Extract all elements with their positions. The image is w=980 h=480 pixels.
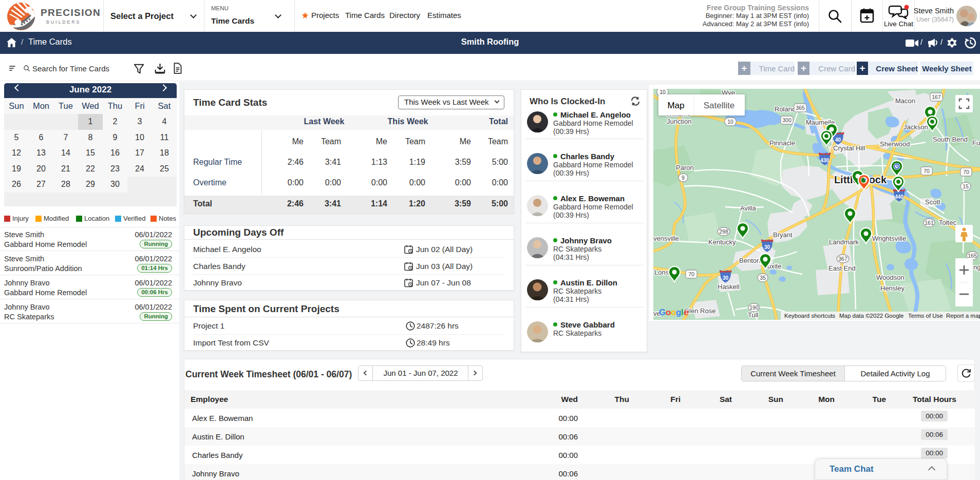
svg-text:Macon: Macon [895,97,915,105]
svg-text:Benton: Benton [739,257,760,264]
svg-text:190: 190 [749,304,759,311]
svg-text:300: 300 [782,117,791,123]
svg-text:367: 367 [838,256,847,262]
svg-text:Paron: Paron [676,164,694,171]
svg-text:Kentucky: Kentucky [708,238,736,246]
svg-text:Jackson: Jackson [903,123,928,131]
svg-text:35: 35 [760,275,766,281]
svg-text:298: 298 [719,228,728,235]
svg-text:Sherwood: Sherwood [880,140,910,148]
svg-text:Furl: Furl [972,139,980,147]
svg-text:430: 430 [820,158,829,163]
svg-text:e: e [684,308,688,317]
svg-text:g: g [676,308,681,317]
svg-text:70: 70 [963,169,969,175]
svg-text:Map: Map [667,101,684,110]
svg-text:165: 165 [968,253,977,259]
svg-text:o: o [666,308,671,317]
svg-text:9: 9 [682,175,685,181]
svg-text:Lons: Lons [654,268,669,276]
svg-text:o: o [671,308,676,317]
svg-text:365: 365 [796,105,805,111]
svg-text:Roland: Roland [775,105,796,113]
svg-text:Hensley: Hensley [880,284,904,292]
svg-text:ng: ng [973,263,980,271]
svg-text:East End: East End [828,264,856,272]
svg-text:161: 161 [925,220,934,226]
svg-text:Keyboard shortcuts: Keyboard shortcuts [784,313,835,319]
svg-text:440: 440 [895,194,903,200]
svg-text:15: 15 [963,183,969,189]
svg-text:Map data ©2022 Google: Map data ©2022 Google [839,313,903,319]
svg-text:Scott: Scott [925,198,940,206]
svg-text:Pinnacle: Pinnacle [769,139,795,147]
svg-text:30: 30 [764,244,770,250]
svg-text:10: 10 [727,119,733,125]
svg-text:Tull: Tull [748,311,759,319]
svg-text:Crystal Hill: Crystal Hill [833,144,865,152]
svg-text:Avilla: Avilla [740,204,757,212]
svg-text:70: 70 [688,271,694,277]
svg-text:40: 40 [835,137,841,143]
svg-text:Toltec: Toltec [939,219,956,226]
svg-text:Bryant: Bryant [773,231,793,239]
svg-text:South Bend: South Bend [933,136,968,143]
svg-text:Haskell: Haskell [718,283,740,291]
svg-text:Junction: Junction [667,118,691,125]
svg-text:Wrightsville: Wrightsville [872,235,906,242]
svg-text:10: 10 [659,89,666,95]
svg-text:Satellite: Satellite [704,101,734,110]
svg-text:167: 167 [932,94,941,100]
svg-text:Terms of Use: Terms of Use [908,313,943,319]
svg-text:G: G [659,308,666,317]
svg-text:Landmark: Landmark [829,238,859,246]
svg-text:Report a map error: Report a map error [946,313,980,319]
svg-text:Woodson: Woodson [876,274,904,281]
svg-text:70: 70 [924,168,930,174]
svg-text:30: 30 [723,275,729,281]
svg-text:Glen Rose: Glen Rose [684,307,715,315]
svg-text:vensville: vensville [653,235,679,242]
